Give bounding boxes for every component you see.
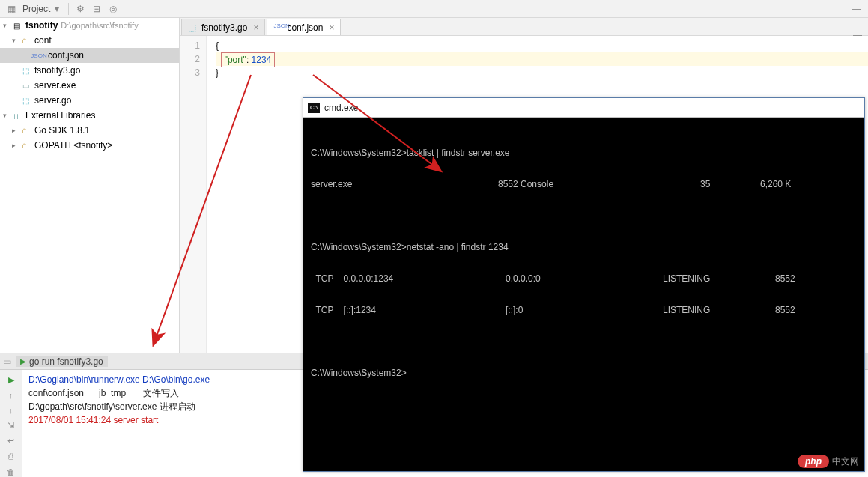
trash-icon[interactable]: 🗑 — [5, 467, 17, 477]
tab-label: fsnotify3.go — [201, 22, 247, 33]
go-file-icon: ⬚ — [188, 22, 198, 33]
code-line-1: { — [216, 39, 868, 52]
tree-file-label: conf.json — [48, 50, 84, 61]
tree-sdk-label: Go SDK 1.8.1 — [34, 125, 90, 136]
editor-minimize-icon[interactable]: — — [853, 30, 862, 40]
run-tool-icon[interactable]: ▭ — [3, 356, 11, 367]
tree-file-label: server.exe — [34, 80, 76, 91]
code-line-3: } — [216, 66, 868, 79]
tree-file-go2[interactable]: ⬚ server.go — [0, 93, 179, 108]
cmd-icon: C:\ — [308, 103, 320, 113]
cmd-titlebar[interactable]: C:\ cmd.exe — [303, 98, 864, 118]
caret-down-icon[interactable]: ▾ — [3, 22, 10, 29]
export-icon[interactable]: ⇲ — [5, 420, 17, 431]
line-gutter: 1 2 3 — [180, 36, 207, 353]
close-icon[interactable]: × — [253, 22, 258, 33]
rerun-icon[interactable]: ▶ — [5, 374, 17, 385]
tree-root-path: D:\gopath\src\fsnotify — [61, 21, 138, 30]
tree-dir-conf[interactable]: ▾ 🗀 conf — [0, 33, 179, 48]
play-icon: ▶ — [20, 357, 26, 365]
caret-right-icon[interactable]: ▸ — [12, 142, 19, 149]
stop-icon[interactable]: ↑ — [5, 389, 17, 400]
tree-external-libs[interactable]: ▾ ⫼ External Libraries — [0, 108, 179, 123]
json-icon: JSON — [273, 22, 284, 33]
cmd-line: TCP 0.0.0.0:12340.0.0.0:0LISTENING8552 — [311, 271, 857, 287]
exe-file-icon: ▭ — [19, 79, 31, 91]
watermark-pill: php — [798, 455, 829, 468]
run-tab[interactable]: ▶ go run fsnotify3.go — [16, 356, 108, 367]
cmd-line: C:\Windows\System32>netstat -ano | finds… — [311, 240, 857, 255]
cmd-title-text: cmd.exe — [324, 103, 358, 113]
wrap-icon[interactable]: ↩ — [5, 436, 17, 446]
caret-down-icon[interactable]: ▾ — [12, 37, 19, 44]
caret-down-icon[interactable]: ▾ — [3, 112, 10, 119]
tree-file-label: fsnotify3.go — [34, 65, 80, 76]
folder-icon: 🗀 — [19, 34, 31, 46]
run-tab-label: go run fsnotify3.go — [29, 356, 103, 367]
tree-root-name: fsnotify — [25, 20, 58, 31]
tree-gopath[interactable]: ▸ 🗀 GOPATH <fsnotify> — [0, 138, 179, 153]
tree-file-exe[interactable]: ▭ server.exe — [0, 78, 179, 93]
tree-sdk[interactable]: ▸ 🗀 Go SDK 1.8.1 — [0, 123, 179, 138]
project-icon: ▦ — [5, 3, 17, 15]
library-icon: ⫼ — [10, 109, 22, 121]
gear-icon[interactable]: ⚙ — [74, 3, 86, 15]
cmd-body[interactable]: C:\Windows\System32>tasklist | findstr s… — [303, 118, 864, 425]
caret-right-icon[interactable]: ▸ — [12, 127, 19, 134]
cmd-line: C:\Windows\System32>tasklist | findstr s… — [311, 145, 857, 161]
tree-file-go[interactable]: ⬚ fsnotify3.go — [0, 63, 179, 78]
cmd-line: TCP [::]:1234[::]:0LISTENING8552 — [311, 303, 857, 318]
tree-extlib-label: External Libraries — [25, 110, 95, 121]
print-icon[interactable]: ⎙ — [5, 451, 17, 461]
tab-fsnotify3[interactable]: ⬚ fsnotify3.go × — [181, 19, 265, 35]
collapse-icon[interactable]: ⊟ — [91, 3, 103, 15]
module-icon: ▤ — [10, 19, 22, 31]
sdk-icon: 🗀 — [19, 124, 31, 136]
gopath-icon: 🗀 — [19, 139, 31, 151]
watermark-text: 中文网 — [832, 455, 859, 468]
code-line-2: "port": 1234 — [216, 52, 868, 66]
project-label: Project — [22, 4, 50, 14]
tree-dir-label: conf — [34, 35, 52, 46]
down-icon[interactable]: ↓ — [5, 405, 17, 416]
project-tree[interactable]: ▾ ▤ fsnotify D:\gopath\src\fsnotify ▾ 🗀 … — [0, 18, 180, 353]
editor-tabs: ⬚ fsnotify3.go × JSON conf.json × — [180, 18, 868, 36]
line-number: 2 — [180, 52, 200, 66]
run-gutter: ▶ ↑ ↓ ⇲ ↩ ⎙ 🗑 — [0, 370, 22, 477]
cmd-line: C:\Windows\System32> — [311, 365, 857, 381]
toolbar-separator — [68, 3, 69, 15]
project-toolbar: ▦ Project ▾ ⚙ ⊟ ◎ — — [0, 0, 868, 18]
close-icon[interactable]: × — [329, 22, 334, 33]
tree-file-conf-json[interactable]: JSON conf.json — [0, 48, 179, 63]
hide-icon[interactable]: — — [851, 3, 863, 15]
json-icon: JSON — [33, 49, 45, 61]
tree-file-label: server.go — [34, 95, 71, 106]
go-file-icon: ⬚ — [19, 94, 31, 106]
project-dropdown-icon[interactable]: ▾ — [55, 4, 59, 14]
watermark: php 中文网 — [798, 455, 859, 468]
tab-conf-json[interactable]: JSON conf.json × — [267, 19, 341, 35]
line-number: 3 — [180, 66, 200, 79]
target-icon[interactable]: ◎ — [107, 3, 119, 15]
line-number: 1 — [180, 39, 200, 52]
tab-label: conf.json — [287, 22, 323, 33]
cmd-window: C:\ cmd.exe C:\Windows\System32>tasklist… — [303, 97, 865, 472]
tree-gopath-label: GOPATH <fsnotify> — [34, 140, 112, 151]
cmd-line: server.exe8552 Console356,260 K — [311, 177, 857, 192]
tree-root[interactable]: ▾ ▤ fsnotify D:\gopath\src\fsnotify — [0, 18, 179, 33]
cmd-line — [311, 334, 857, 350]
go-file-icon: ⬚ — [19, 64, 31, 76]
cmd-line — [311, 208, 857, 224]
